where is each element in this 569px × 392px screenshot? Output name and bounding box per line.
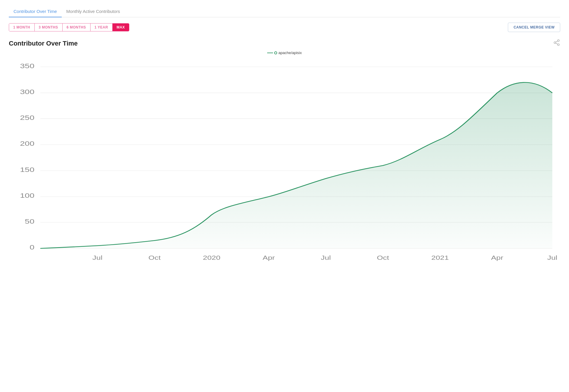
chart-svg-wrapper: 0 50 100 150 200 250 300 350 Jul Oct 202…: [9, 61, 560, 267]
legend-label: apache/apisix: [278, 51, 302, 55]
svg-text:Oct: Oct: [148, 254, 161, 261]
svg-line-3: [556, 43, 558, 44]
time-btn-max[interactable]: MAX: [113, 24, 129, 31]
svg-text:350: 350: [20, 62, 34, 70]
tab-contributor-over-time[interactable]: Contributor Over Time: [9, 6, 62, 17]
time-btn-1year[interactable]: 1 YEAR: [91, 24, 113, 31]
svg-line-4: [556, 41, 558, 42]
time-btn-3months[interactable]: 3 MONTHS: [35, 24, 63, 31]
svg-text:Jul: Jul: [547, 254, 557, 261]
toolbar: 1 MONTH 3 MONTHS 6 MONTHS 1 YEAR MAX CAN…: [9, 23, 560, 32]
svg-point-1: [554, 42, 556, 43]
legend-series: apache/apisix: [267, 51, 302, 55]
svg-text:Jul: Jul: [321, 254, 331, 261]
chart-container: Contributor Over Time apache/apisix: [9, 39, 560, 267]
svg-text:Apr: Apr: [263, 254, 275, 261]
chart-title: Contributor Over Time: [9, 40, 78, 47]
svg-text:2021: 2021: [431, 254, 449, 261]
svg-text:300: 300: [20, 88, 34, 96]
time-btn-6months[interactable]: 6 MONTHS: [63, 24, 91, 31]
svg-text:250: 250: [20, 114, 34, 121]
svg-text:150: 150: [20, 166, 34, 173]
svg-text:50: 50: [25, 217, 34, 225]
tab-monthly-active-contributors[interactable]: Monthly Active Contributors: [62, 6, 125, 17]
svg-text:2020: 2020: [203, 254, 220, 261]
svg-text:200: 200: [20, 140, 34, 148]
tab-bar: Contributor Over Time Monthly Active Con…: [9, 6, 560, 17]
time-btn-1month[interactable]: 1 MONTH: [9, 24, 35, 31]
share-icon[interactable]: [553, 39, 560, 48]
svg-text:Apr: Apr: [491, 254, 503, 261]
chart-legend: apache/apisix: [9, 51, 560, 55]
chart-header: Contributor Over Time: [9, 39, 560, 48]
chart-svg: 0 50 100 150 200 250 300 350 Jul Oct 202…: [9, 61, 560, 267]
svg-text:100: 100: [20, 192, 34, 200]
cancel-merge-button[interactable]: CANCEL MERGE VIEW: [508, 23, 560, 32]
svg-point-2: [558, 44, 559, 46]
legend-dash: [267, 53, 273, 53]
time-range-buttons: 1 MONTH 3 MONTHS 6 MONTHS 1 YEAR MAX: [9, 23, 129, 31]
svg-text:Jul: Jul: [92, 254, 102, 261]
legend-dot: [274, 51, 277, 54]
svg-text:Oct: Oct: [377, 254, 389, 261]
svg-text:0: 0: [30, 244, 34, 251]
svg-point-0: [558, 40, 559, 41]
